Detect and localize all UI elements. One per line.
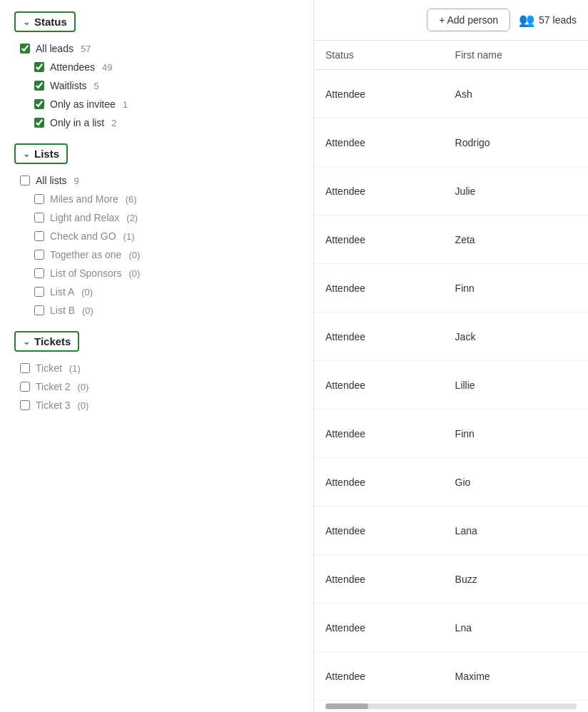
cell-status: Attendee [314, 361, 444, 410]
list-light-label: Light and Relax [50, 212, 119, 223]
status-all-leads-count: 57 [81, 44, 91, 54]
status-section-label: Status [34, 16, 67, 28]
ticket-1-checkbox[interactable] [20, 363, 30, 373]
chevron-down-icon-lists: ⌄ [23, 149, 30, 159]
chevron-down-icon-tickets: ⌄ [23, 337, 30, 347]
ticket-2-checkbox[interactable] [20, 382, 30, 392]
status-all-leads-checkbox[interactable] [20, 44, 30, 54]
list-together-as-one[interactable]: Together as one (0) [0, 245, 313, 264]
status-section-header[interactable]: ⌄ Status [14, 11, 76, 32]
table-row[interactable]: AttendeeRodrigo [314, 118, 588, 167]
app-layout: ⌄ Status All leads 57 Attendees 49 Waitl… [0, 0, 588, 712]
list-b[interactable]: List B (0) [0, 301, 313, 320]
cell-first-name: Zeta [444, 215, 588, 264]
table-row[interactable]: AttendeeLana [314, 507, 588, 555]
cell-first-name: Buzz [444, 555, 588, 604]
cell-first-name: Finn [444, 410, 588, 458]
cell-status: Attendee [314, 555, 444, 604]
col-status: Status [314, 41, 444, 70]
list-together-checkbox[interactable] [34, 250, 44, 260]
status-only-list[interactable]: Only in a list 2 [0, 113, 313, 132]
table-row[interactable]: AttendeeJack [314, 312, 588, 361]
list-miles-checkbox[interactable] [34, 194, 44, 204]
cell-status: Attendee [314, 70, 444, 118]
cell-status: Attendee [314, 167, 444, 215]
list-sponsors-count: (0) [128, 268, 140, 279]
list-sponsors-checkbox[interactable] [34, 268, 44, 278]
status-only-invitee-label: Only as invitee [50, 98, 116, 110]
ticket-3-checkbox[interactable] [20, 400, 30, 410]
list-a-checkbox[interactable] [34, 287, 44, 297]
list-miles-and-more[interactable]: Miles and More (6) [0, 190, 313, 208]
table-row[interactable]: AttendeeJulie [314, 167, 588, 215]
list-b-label: List B [50, 305, 75, 316]
status-attendees-count: 49 [102, 62, 112, 73]
list-together-label: Together as one [50, 249, 121, 260]
status-attendees[interactable]: Attendees 49 [0, 58, 313, 76]
list-a-count: (0) [81, 287, 93, 297]
table-row[interactable]: AttendeeFinn [314, 264, 588, 312]
list-light-and-relax[interactable]: Light and Relax (2) [0, 208, 313, 227]
status-only-list-label: Only in a list [50, 117, 104, 128]
leads-count-display: 👥 57 leads [519, 12, 577, 28]
list-b-checkbox[interactable] [34, 305, 44, 315]
list-together-count: (0) [128, 250, 140, 260]
status-waitlists-checkbox[interactable] [34, 81, 44, 91]
status-waitlists-count: 5 [94, 81, 99, 91]
status-waitlists-label: Waitlists [50, 80, 87, 91]
table-row[interactable]: AttendeeAsh [314, 70, 588, 118]
ticket-1-label: Ticket [36, 362, 62, 374]
add-person-label: + Add person [439, 14, 498, 26]
status-all-leads[interactable]: All leads 57 [0, 39, 313, 58]
table-row[interactable]: AttendeeFinn [314, 410, 588, 458]
status-only-invitee[interactable]: Only as invitee 1 [0, 95, 313, 113]
table-row[interactable]: AttendeeZeta [314, 215, 588, 264]
leads-icon: 👥 [519, 12, 534, 28]
list-b-count: (0) [82, 305, 93, 316]
cell-first-name: Lana [444, 507, 588, 555]
ticket-2[interactable]: Ticket 2 (0) [0, 377, 313, 396]
status-only-list-checkbox[interactable] [34, 118, 44, 128]
list-check-and-go[interactable]: Check and GO (1) [0, 227, 313, 245]
cell-status: Attendee [314, 507, 444, 555]
list-check-checkbox[interactable] [34, 231, 44, 241]
sidebar: ⌄ Status All leads 57 Attendees 49 Waitl… [0, 0, 314, 712]
scrollbar-thumb[interactable] [325, 703, 368, 709]
status-all-leads-label: All leads [36, 43, 74, 54]
tickets-section-header[interactable]: ⌄ Tickets [14, 331, 79, 352]
horizontal-scrollbar[interactable] [325, 703, 577, 709]
status-waitlists[interactable]: Waitlists 5 [0, 76, 313, 95]
cell-first-name: Gio [444, 458, 588, 507]
list-check-label: Check and GO [50, 230, 116, 242]
ticket-1[interactable]: Ticket (1) [0, 359, 313, 377]
cell-first-name: Lna [444, 604, 588, 652]
status-only-invitee-count: 1 [123, 99, 128, 110]
table-row[interactable]: AttendeeLillie [314, 361, 588, 410]
cell-first-name: Maxime [444, 652, 588, 701]
list-sponsors-label: List of Sponsors [50, 268, 121, 279]
ticket-3[interactable]: Ticket 3 (0) [0, 396, 313, 415]
list-light-checkbox[interactable] [34, 213, 44, 223]
list-check-count: (1) [123, 231, 135, 242]
chevron-down-icon: ⌄ [23, 17, 30, 27]
list-sponsors[interactable]: List of Sponsors (0) [0, 264, 313, 283]
table-row[interactable]: AttendeeLna [314, 604, 588, 652]
lists-section-header[interactable]: ⌄ Lists [14, 143, 68, 164]
status-only-invitee-checkbox[interactable] [34, 99, 44, 109]
leads-count-text: 57 leads [539, 14, 577, 26]
col-first-name: First name [444, 41, 588, 70]
table-row[interactable]: AttendeeMaxime [314, 652, 588, 701]
list-all-lists[interactable]: All lists 9 [0, 171, 313, 190]
status-attendees-checkbox[interactable] [34, 62, 44, 72]
status-only-list-count: 2 [111, 118, 116, 128]
list-all-lists-checkbox[interactable] [20, 176, 30, 185]
cell-first-name: Jack [444, 312, 588, 361]
list-a[interactable]: List A (0) [0, 283, 313, 301]
ticket-1-count: (1) [69, 363, 81, 374]
table-row[interactable]: AttendeeBuzz [314, 555, 588, 604]
table-row[interactable]: AttendeeGio [314, 458, 588, 507]
cell-status: Attendee [314, 604, 444, 652]
add-person-button[interactable]: + Add person [427, 9, 510, 31]
cell-first-name: Finn [444, 264, 588, 312]
ticket-3-label: Ticket 3 [36, 400, 71, 411]
